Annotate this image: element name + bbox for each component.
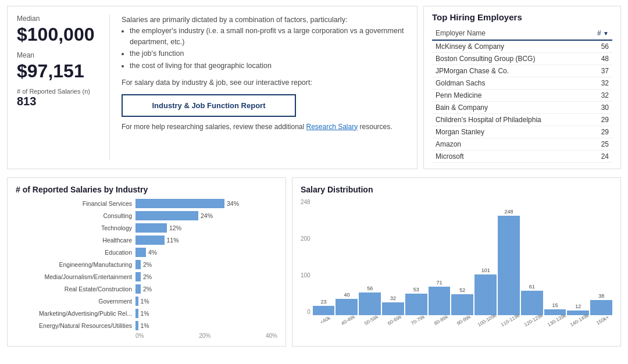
mean-label: Mean [17,51,98,59]
employer-name: Boston Consulting Group (BCG) [432,53,587,65]
dist-bar [359,292,381,315]
employer-count: 29 [587,126,612,138]
desc-line2: For salary data by industry & job, see o… [122,77,408,88]
bottom-section: # of Reported Salaries by Industry Finan… [7,175,621,347]
employer-count: 37 [587,65,612,77]
employer-table: Employer Name # ▼ McKinsey & Company56Bo… [432,27,612,163]
industry-chart-panel: # of Reported Salaries by Industry Finan… [7,177,286,347]
employer-name: Microsoft [432,151,587,163]
dist-y-label: 100 [301,272,311,279]
dist-bar-group: 23 [313,205,335,315]
dist-bar [429,287,451,315]
industry-bar-wrap: 1% [135,309,277,318]
industry-pct: 12% [169,224,181,231]
industry-bar [135,272,141,281]
table-row: Bain & Company30 [432,102,612,114]
median-value: $100,000 [17,24,98,45]
industry-row: Energy/Natural Resources/Utilities 1% [16,321,277,330]
employer-count: 56 [587,40,612,53]
dist-bar-value-label: 32 [390,295,396,301]
industry-row: Government 1% [16,297,277,306]
industry-row: Healthcare 11% [16,235,277,245]
industry-label: Healthcare [16,237,132,244]
mean-value: $97,151 [17,60,98,82]
table-row: Morgan Stanley29 [432,126,612,138]
dist-bar-value-label: 40 [344,292,349,298]
industry-bar [135,248,146,257]
employer-name: Morgan Stanley [432,126,587,138]
industry-row: Real Estate/Construction 2% [16,284,277,294]
industry-pct: 1% [141,322,149,329]
median-label: Median [17,15,98,23]
industry-row: Engineering/Manufacturing 2% [16,260,277,269]
reported-value: 813 [17,95,98,108]
industry-chart: Financial Services 34% Consulting 24% Te… [16,199,277,330]
employer-name: Goldman Sachs [432,77,587,90]
dist-bar-value-label: 53 [413,287,419,292]
industry-pct: 1% [141,298,149,305]
industry-pct: 2% [143,261,152,268]
dist-bar-group: 32 [382,205,404,315]
industry-row: Technology 12% [16,223,277,233]
industry-pct: 1% [141,310,149,317]
table-row: Children's Hospital of Philadelphia29 [432,114,612,126]
industry-bar [135,284,141,294]
industry-pct: 2% [143,286,152,292]
industry-row: Marketing/Advertising/Public Rel... 1% [16,309,277,318]
industry-bar-wrap: 34% [135,199,277,208]
industry-label: Real Estate/Construction [16,286,132,292]
industry-label: Technology [16,224,132,231]
table-row: JPMorgan Chase & Co.37 [432,65,612,77]
industry-row: Media/Journalism/Entertainment 2% [16,272,277,281]
dist-bar-value-label: 71 [437,280,443,286]
dist-bar-value-label: 38 [598,293,604,299]
industry-xaxis: 0% 20% 40% [135,333,277,339]
employer-name: Children's Hospital of Philadelphia [432,114,587,126]
dist-bars: 23 40 56 32 53 71 52 101 248 61 [313,199,612,315]
table-row: Boston Consulting Group (BCG)48 [432,53,612,65]
dist-bar [498,216,520,315]
industry-label: Energy/Natural Resources/Utilities [16,322,132,329]
dist-bar-group: 56 [359,205,381,315]
dist-bar-group: 101 [474,205,497,315]
dist-bar-value-label: 15 [552,302,558,308]
top-employers-title: Top Hiring Employers [432,12,612,22]
industry-label: Government [16,298,132,305]
dist-bar [405,294,427,315]
salary-numbers: Median $100,000 Mean $97,151 # of Report… [17,15,110,160]
employer-count: 30 [587,102,612,114]
industry-bar [135,297,138,306]
industry-row: Consulting 24% [16,211,277,220]
industry-label: Financial Services [16,200,132,207]
industry-label: Marketing/Advertising/Public Rel... [16,310,132,317]
industry-bar-wrap: 2% [135,260,277,269]
industry-row: Education 4% [16,248,277,257]
research-salary-link[interactable]: Research Salary [306,123,358,131]
industry-label: Engineering/Manufacturing [16,261,132,268]
dist-bar [474,274,497,315]
dist-right: 23 40 56 32 53 71 52 101 248 61 [313,199,612,323]
salary-summary-panel: Median $100,000 Mean $97,151 # of Report… [7,6,418,169]
dist-chart-panel: Salary Distribution 2482001000 23 40 56 … [292,177,621,347]
dist-bar-group: 15 [544,205,566,315]
industry-bar-wrap: 12% [135,223,277,233]
industry-bar [135,199,224,208]
dist-bar-group: 71 [429,205,451,315]
dist-y-label: 0 [307,309,311,315]
dist-yaxis: 2482001000 [301,199,313,315]
dist-bar-value-label: 52 [459,287,465,293]
table-row: Microsoft24 [432,151,612,163]
employer-name: Penn Medicine [432,90,587,102]
dist-bar-value-label: 23 [321,299,327,305]
report-button[interactable]: Industry & Job Function Report [122,94,296,117]
bullet-item: the cost of living for that geographic l… [130,60,408,72]
industry-bar-wrap: 4% [135,248,277,257]
dist-bar-value-label: 248 [504,209,513,215]
industry-label: Education [16,249,132,256]
table-row: Penn Medicine32 [432,90,612,102]
industry-pct: 11% [167,237,179,244]
count-col-header: # ▼ [587,27,612,40]
dist-bar-value-label: 56 [367,286,373,291]
industry-bar [135,223,167,233]
industry-bar [135,235,165,245]
